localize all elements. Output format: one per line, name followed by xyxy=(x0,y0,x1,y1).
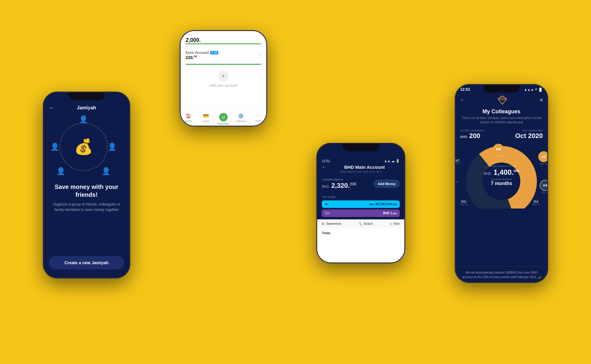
settings-icon: ⚙️ xyxy=(238,113,244,119)
bubble-af-group: AF OCT '20 xyxy=(538,151,548,165)
payout-amount: BHD 1,400.000 xyxy=(484,168,519,177)
nav-more[interactable]: ··· More xyxy=(250,113,267,125)
this-month-section: This month In BHD 327,451,034.000 Out BH… xyxy=(316,193,405,219)
nav-payments-label: Payments xyxy=(217,122,229,125)
bubble-bg-date: DEC '20 xyxy=(460,203,468,206)
diamond-icon xyxy=(497,95,508,105)
search-item[interactable]: 🔍 Search xyxy=(359,222,373,225)
person-top: 👤 xyxy=(79,115,88,124)
add-account-section[interactable]: + Add new account xyxy=(180,65,267,94)
battery-icon: ▐▌ xyxy=(538,88,543,91)
svg-marker-1 xyxy=(498,96,507,100)
tagline-text: Save money with your friends! xyxy=(49,183,124,199)
nav-home[interactable]: 🏠 Home xyxy=(180,113,197,125)
euro-account-info: Euro Account EUR 220.00 xyxy=(186,50,218,60)
p3-back-icon[interactable]: ← xyxy=(322,164,327,170)
bubble-af: AF xyxy=(538,151,548,162)
bubble-ba-date: NOV '20 xyxy=(532,203,540,206)
p3-header-row: ← BHD Main Account xyxy=(316,164,405,170)
bubble-am-group: AM OCT '20 xyxy=(493,144,504,157)
monthly-contribution: Monthly contribution BHD 200 xyxy=(460,129,485,140)
screen-4: 12:51 ▲▲▲ ▾ ▐▌ ← ≡ My Colleagues xyxy=(455,84,548,283)
add-money-button[interactable]: Add Money xyxy=(374,180,400,188)
signal-icon: ▲▲▲ xyxy=(524,88,534,91)
bottom-nav-2: 🏠 Home 💳 Cards ⇄ Payments ⚙️ Settings ··… xyxy=(180,110,267,127)
statements-item[interactable]: ☰ Statements xyxy=(322,222,341,225)
bubble-r-group: R JAN '21 xyxy=(455,177,458,183)
subtitle-text: Organize a group of friends, colleagues … xyxy=(49,202,124,212)
filter-item[interactable]: ⫿ Filter xyxy=(390,222,400,225)
bubble-bg-group: BG DEC '20 xyxy=(460,200,468,206)
hamburger-icon[interactable]: ≡ xyxy=(540,97,543,103)
monthly-value: BHD 200 xyxy=(460,132,485,140)
statements-bar: ☰ Statements 🔍 Search ⫿ Filter xyxy=(316,219,405,228)
bubble-af-date: OCT '20 xyxy=(540,163,548,165)
screen-3: 12:51 ▲▲ ☁ 🔋 ← BHD Main Account BH00 ABC… xyxy=(316,143,405,263)
back-arrow-icon[interactable]: ← xyxy=(49,105,54,111)
next-payout-label: Next payout date xyxy=(515,129,543,132)
p3-balance-info: Available Balance BHD 2,320.206 xyxy=(322,178,356,190)
euro-chevron-icon: › xyxy=(260,53,261,58)
nav-payments[interactable]: ⇄ Payments xyxy=(215,113,232,125)
search-icon: 🔍 xyxy=(359,222,362,225)
euro-account-name: Euro Account EUR xyxy=(186,50,218,55)
person-left: 👤 xyxy=(50,143,59,151)
bubble-ba: BA xyxy=(534,200,539,203)
wifi-icon: ▾ xyxy=(535,87,537,91)
bubble-bg: BG xyxy=(461,200,466,203)
p4-content: My Colleagues This is our ila team Jamiy… xyxy=(455,107,548,142)
nav-more-label: More xyxy=(255,119,261,122)
monthly-label: Monthly contribution xyxy=(460,129,485,132)
create-jamiyah-button[interactable]: Create a new Jamiyah xyxy=(49,256,124,269)
money-bag-icon: 💰 xyxy=(74,138,93,155)
nav-home-label: Home xyxy=(185,120,192,123)
eur-badge: EUR xyxy=(210,51,218,55)
p4-stats-row: Monthly contribution BHD 200 Next payout… xyxy=(460,129,543,140)
duration-value: 7 months xyxy=(484,181,519,186)
p3-balance-label: Available Balance xyxy=(322,178,356,181)
footer-text: We will automatically transfer 200BHD fr… xyxy=(455,266,548,283)
phone-notch-1 xyxy=(68,92,105,100)
today-label: Today xyxy=(322,231,400,235)
person-bottom-right: 👤 xyxy=(102,167,111,175)
p3-balance-amount: BHD 2,320.206 xyxy=(322,182,356,190)
bubble-aa: AA xyxy=(540,180,548,191)
bubble-nt-group: NT FEB '21 xyxy=(455,159,461,165)
filter-label: Filter xyxy=(393,222,400,225)
phone-notch-3 xyxy=(343,143,379,151)
screen-2: 2,000. Euro Account EUR 220.00 › xyxy=(180,30,267,127)
nav-cards[interactable]: 💳 Cards xyxy=(197,113,215,125)
euro-balance: 220.00 xyxy=(186,55,218,60)
screen-1: ← Jamiyah 💰 👤 👤 👤 👤 👤 Save money with yo… xyxy=(43,92,130,278)
more-icon: ··· xyxy=(256,113,260,118)
p3-account-num: BH00 ABCO 1234 1234 1111 10 xyxy=(340,170,379,173)
bubble-am-date: OCT '20 xyxy=(495,155,502,157)
donut-chart-area: Jamiyah payout amount BHD 1,400.000 Jami… xyxy=(455,142,548,209)
p4-time: 12:51 xyxy=(460,87,470,92)
search-label: Search xyxy=(364,222,373,225)
next-payout-value: Oct 2020 xyxy=(515,132,543,140)
in-amount: BHD 327,451,034.000 xyxy=(369,202,397,206)
add-account-label: Add new account xyxy=(210,83,237,88)
main-balance: 2,000. xyxy=(180,35,267,43)
person-bottom-left: 👤 xyxy=(56,167,65,175)
in-label: In xyxy=(325,202,327,206)
phone-accounts: 2,000. Euro Account EUR 220.00 › xyxy=(180,30,267,127)
p3-balance-section: Available Balance BHD 2,320.206 Add Mone… xyxy=(316,176,405,193)
bubble-aa-group: AA OCT '20 xyxy=(540,180,548,193)
p4-back-icon[interactable]: ← xyxy=(460,97,465,103)
this-month-label: This month xyxy=(322,196,400,199)
euro-account-item[interactable]: Euro Account EUR 220.00 › xyxy=(180,47,267,64)
add-account-icon: + xyxy=(218,71,229,82)
nav-settings[interactable]: ⚙️ Settings xyxy=(232,113,250,125)
bubble-am: AM xyxy=(493,144,504,155)
statements-icon: ☰ xyxy=(322,222,324,225)
jamiyah-title: Jamiyah xyxy=(77,105,96,111)
filter-icon: ⫿ xyxy=(390,222,392,225)
phone-jamiyah-intro: ← Jamiyah 💰 👤 👤 👤 👤 👤 Save money with yo… xyxy=(43,92,130,278)
phone-bhd: 12:51 ▲▲ ☁ 🔋 ← BHD Main Account BH00 ABC… xyxy=(316,143,405,263)
bubble-r: R xyxy=(455,177,456,181)
bubble-nt: NT xyxy=(455,159,460,162)
bubble-r-date: JAN '21 xyxy=(455,181,458,183)
white-section: Today xyxy=(316,228,405,263)
